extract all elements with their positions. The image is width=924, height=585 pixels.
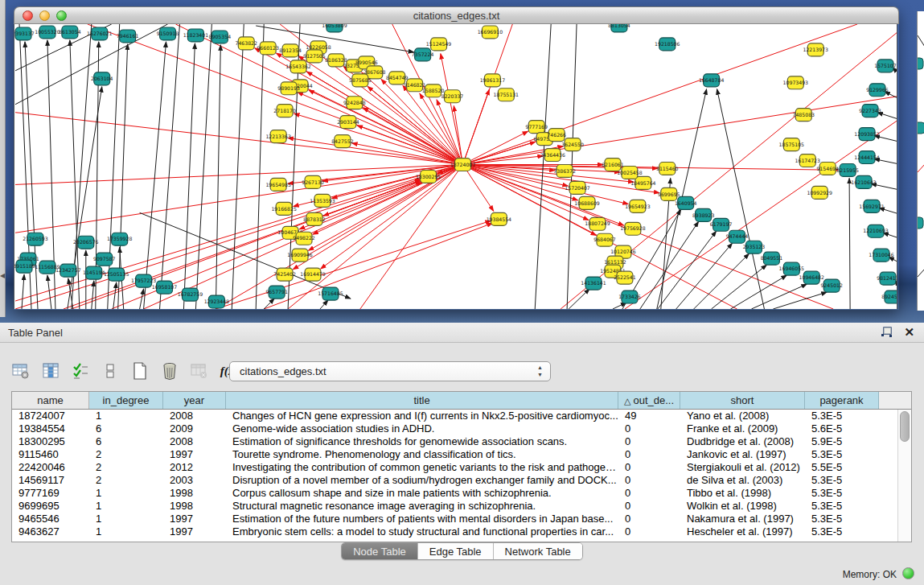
cell-in_degree[interactable]: 1 bbox=[89, 513, 163, 525]
network-node-yellow[interactable]: 18575105 bbox=[779, 138, 804, 151]
network-node-teal[interactable]: 2393137 bbox=[14, 27, 35, 40]
column-header-in_degree[interactable]: in_degree bbox=[89, 392, 163, 409]
network-node-teal[interactable]: 16053809 bbox=[322, 24, 347, 32]
network-node-teal[interactable]: 9227343 bbox=[859, 105, 881, 117]
column-header-out_degree[interactable]: △out_de... bbox=[618, 392, 680, 409]
cell-pagerank[interactable]: 5.3E-5 bbox=[805, 525, 879, 538]
network-node-teal[interactable]: 17310046 bbox=[869, 249, 893, 262]
citation-edge-black[interactable] bbox=[569, 289, 589, 309]
cell-title[interactable]: Genome-wide association studies in ADHD. bbox=[226, 422, 618, 435]
collapse-arrow-icon[interactable]: ◀ bbox=[0, 272, 5, 279]
network-node-yellow[interactable]: 7463822 bbox=[235, 37, 257, 50]
cell-name[interactable]: 19384554 bbox=[12, 422, 89, 435]
cell-year[interactable]: 1997 bbox=[163, 448, 226, 461]
column-header-title[interactable]: title bbox=[226, 392, 618, 409]
network-node-yellow[interactable]: 9127505 bbox=[303, 50, 326, 63]
cell-pagerank[interactable]: 5.3E-5 bbox=[805, 487, 879, 500]
network-node-yellow[interactable]: 9890193 bbox=[277, 82, 300, 95]
cell-short[interactable]: Jankovic et al. (1997) bbox=[680, 448, 805, 461]
cell-year[interactable]: 2008 bbox=[163, 410, 226, 422]
network-node-teal[interactable]: 1145194 bbox=[83, 266, 105, 279]
network-node-teal[interactable]: 19218506 bbox=[655, 38, 680, 51]
network-node-yellow[interactable]: 18807249 bbox=[585, 217, 610, 230]
cell-short[interactable]: Stergiakouli et al. (2012) bbox=[680, 461, 805, 474]
network-node-yellow[interactable]: 10992929 bbox=[807, 186, 832, 199]
network-node-yellow[interactable]: 2522541 bbox=[614, 271, 636, 284]
column-header-pagerank[interactable]: pagerank bbox=[805, 392, 879, 409]
cell-year[interactable]: 2009 bbox=[163, 422, 226, 435]
citation-edge-black[interactable] bbox=[849, 178, 850, 309]
citation-edge-black[interactable] bbox=[256, 24, 264, 309]
close-panel-icon[interactable]: ✕ bbox=[904, 326, 914, 339]
table-settings-icon[interactable] bbox=[11, 361, 31, 381]
network-node-yellow[interactable]: 10973493 bbox=[783, 76, 808, 89]
cell-title[interactable]: Investigating the contribution of common… bbox=[226, 461, 618, 474]
cell-title[interactable]: Estimation of significance thresholds fo… bbox=[226, 435, 618, 448]
cell-year[interactable]: 1997 bbox=[163, 513, 226, 525]
table-scrollbar[interactable] bbox=[897, 410, 911, 542]
network-node-yellow[interactable]: 19166825 bbox=[271, 202, 296, 215]
network-node-yellow[interactable]: 15720407 bbox=[565, 181, 589, 194]
network-node-teal[interactable]: 16210643 bbox=[851, 175, 876, 188]
citation-edge-black[interactable] bbox=[183, 43, 195, 309]
citation-edge-black[interactable] bbox=[712, 265, 767, 309]
citation-edge-black[interactable] bbox=[320, 300, 328, 309]
citation-edge-black[interactable] bbox=[216, 45, 220, 309]
network-node-yellow[interactable]: 9242848 bbox=[343, 97, 366, 109]
network-node-teal[interactable]: 8215955 bbox=[836, 164, 859, 177]
tab-network-table[interactable]: Network Table bbox=[494, 543, 582, 559]
citation-edge-red[interactable] bbox=[288, 138, 463, 164]
network-node-yellow[interactable]: 8216061 bbox=[602, 159, 624, 171]
citation-edge-black[interactable] bbox=[47, 275, 51, 309]
cell-out_degree[interactable]: 0 bbox=[618, 487, 680, 500]
network-node-yellow[interactable]: 9660123 bbox=[257, 42, 279, 55]
network-node-yellow[interactable]: 12213973 bbox=[803, 43, 828, 56]
network-node-yellow[interactable]: 5875685 bbox=[349, 74, 372, 87]
network-node-teal[interactable]: 9150918 bbox=[157, 27, 179, 40]
table-row[interactable]: 969969511998Structural magnetic resonanc… bbox=[12, 500, 898, 513]
network-node-teal[interactable]: 7357224 bbox=[412, 48, 434, 61]
network-node-teal[interactable]: 9812411 bbox=[877, 272, 897, 285]
citation-edge-red[interactable] bbox=[15, 165, 462, 302]
network-node-teal[interactable]: 9245012 bbox=[820, 279, 843, 292]
network-node-yellow[interactable]: 8220337 bbox=[441, 90, 464, 103]
cell-out_degree[interactable]: 0 bbox=[618, 435, 680, 448]
network-node-teal[interactable]: 7946161 bbox=[117, 30, 139, 43]
cell-pagerank[interactable]: 5.3E-5 bbox=[805, 410, 879, 422]
table-row[interactable]: 946362711997Embryonic stem cells: a mode… bbox=[12, 525, 898, 538]
citation-edge-black[interactable] bbox=[640, 221, 699, 309]
cell-title[interactable]: Corpus callosum shape and size in male p… bbox=[226, 487, 618, 500]
network-node-yellow[interactable]: 9498222 bbox=[293, 232, 315, 245]
cell-in_degree[interactable]: 2 bbox=[89, 474, 163, 487]
cell-title[interactable]: Disruption of a novel member of a sodium… bbox=[226, 474, 618, 487]
citation-edge-black[interactable] bbox=[160, 24, 180, 309]
cell-short[interactable]: Franke et al. (2009) bbox=[680, 422, 805, 435]
cell-in_degree[interactable]: 2 bbox=[89, 461, 163, 474]
network-node-yellow[interactable]: 8427552 bbox=[331, 135, 354, 148]
table-selector-dropdown[interactable]: citations_edges.txt ▲▼ bbox=[229, 361, 551, 381]
cell-name[interactable]: 22420046 bbox=[12, 461, 89, 474]
cell-year[interactable]: 1998 bbox=[163, 487, 226, 500]
citation-network-graph[interactable]: 1872400718300295193845547463822966012389… bbox=[14, 24, 897, 309]
cell-name[interactable]: 18300295 bbox=[12, 435, 89, 448]
network-node-yellow[interactable]: 7485083 bbox=[793, 109, 815, 122]
cell-title[interactable]: Estimation of the future numbers of pati… bbox=[226, 513, 618, 525]
network-node-teal[interactable]: 10055320 bbox=[35, 26, 60, 39]
citation-edge-red[interactable] bbox=[363, 108, 462, 165]
select-all-icon[interactable] bbox=[71, 361, 90, 381]
cell-pagerank[interactable]: 5.3E-5 bbox=[805, 500, 879, 513]
tab-node-table[interactable]: Node Table bbox=[342, 543, 418, 559]
network-node-teal[interactable]: 14136141 bbox=[581, 277, 606, 290]
cell-short[interactable]: de Silva et al. (2003) bbox=[680, 474, 805, 487]
table-row[interactable]: 946554611997Estimation of the future num… bbox=[12, 513, 898, 525]
citation-edge-red[interactable] bbox=[294, 113, 463, 164]
table-row[interactable]: 911546021997Tourette syndrome. Phenomeno… bbox=[12, 448, 898, 461]
table-scrollbar-thumb[interactable] bbox=[900, 411, 910, 442]
network-node-yellow[interactable]: 9699695 bbox=[658, 187, 680, 200]
network-node-yellow[interactable]: 3624550 bbox=[561, 138, 584, 151]
citation-edge-black[interactable] bbox=[195, 24, 211, 309]
citation-edge-black[interactable] bbox=[140, 289, 144, 309]
control-panel-divider[interactable]: ◀ bbox=[0, 0, 6, 317]
cell-out_degree[interactable]: 0 bbox=[618, 500, 680, 513]
network-node-yellow[interactable]: 7386372 bbox=[553, 165, 576, 178]
